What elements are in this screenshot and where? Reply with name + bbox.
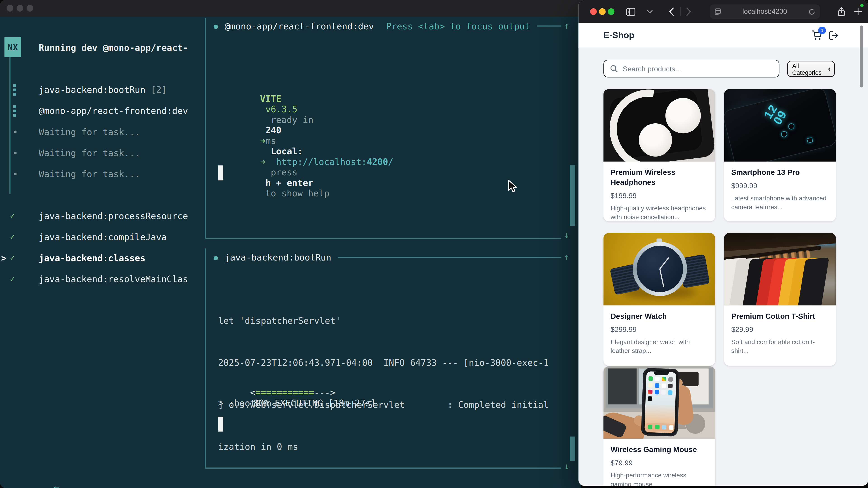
status-dot-icon: [860, 4, 864, 7]
waiting-dot-icon: [14, 151, 17, 154]
page-scrollbar-thumb[interactable]: [860, 26, 863, 88]
product-description: High-quality wireless headphones with no…: [611, 204, 708, 221]
scroll-down-icon[interactable]: ↓: [564, 230, 569, 240]
product-description: High-performance wireless gaming mouse..…: [611, 471, 708, 486]
focus-hint: Press <tab> to focus output: [386, 21, 530, 31]
product-card[interactable]: Wireless Gaming Mouse $79.99 High-perfor…: [603, 366, 715, 486]
terminal-titlebar[interactable]: [0, 0, 581, 17]
panel-bullet-icon: ●: [214, 22, 218, 30]
close-icon[interactable]: [590, 8, 597, 15]
chevron-down-icon[interactable]: [647, 0, 653, 23]
arrow-icon: ➜: [260, 157, 266, 167]
log-line: ization in 0 ms: [218, 436, 549, 457]
product-price: $999.99: [731, 182, 829, 190]
product-name: Premium Cotton T-Shirt: [731, 312, 829, 322]
check-icon: ✓: [10, 232, 15, 242]
shop-header: E-Shop: [579, 23, 868, 48]
product-card[interactable]: Designer Watch $299.99 Elegant designer …: [603, 233, 715, 366]
product-card[interactable]: Premium Cotton T-Shirt $29.99 Soft and c…: [724, 233, 836, 366]
desktop: NX Running dev @mono-app/react- java-bac…: [0, 0, 868, 488]
output-panel-title: @mono-app/react-frontend:dev: [225, 21, 374, 31]
terminal-heading: Running dev @mono-app/react-: [39, 43, 188, 53]
product-image-tshirts: [724, 233, 836, 305]
product-price: $199.99: [611, 192, 708, 200]
product-price: $299.99: [611, 326, 708, 334]
share-icon[interactable]: [837, 0, 846, 23]
zoom-icon[interactable]: [27, 5, 33, 11]
product-image-watch: [603, 233, 715, 305]
output-scrollbar-thumb[interactable]: [569, 165, 575, 226]
running-indicator-icon: [13, 105, 16, 117]
bootrun-panel-header[interactable]: ● java-backend:bootRun: [214, 251, 561, 263]
bootrun-panel-title: java-backend:bootRun: [225, 252, 331, 263]
select-stepper-icon: ▲▼: [828, 67, 831, 71]
forward-icon[interactable]: [686, 0, 691, 23]
bootrun-scrollbar-thumb[interactable]: [569, 436, 575, 461]
product-image-gaming-mouse: [603, 366, 715, 439]
product-image-headphones: [603, 89, 715, 162]
waiting-dot-icon: [14, 130, 17, 133]
selection-pointer-icon: >: [1, 253, 6, 263]
product-price: $79.99: [611, 459, 708, 467]
close-icon[interactable]: [6, 5, 13, 11]
waiting-dot-icon: [14, 172, 17, 175]
search-icon: [610, 65, 618, 75]
panel-rule: [338, 257, 561, 258]
zoom-icon[interactable]: [608, 8, 614, 15]
help-hint-line: ➜ press h + enter to show help: [228, 146, 329, 209]
reload-icon[interactable]: [808, 4, 815, 19]
task-tree-line: [9, 57, 11, 194]
check-icon: ✓: [10, 253, 15, 263]
category-select-value: All Categories: [792, 62, 825, 76]
product-description: Latest smartphone with advanced camera f…: [731, 194, 829, 212]
toolbar-divider: [680, 7, 681, 16]
safari-window: localhost:4200 E-Shop 1: [579, 0, 868, 486]
panel-rule: [537, 26, 561, 27]
product-price: $29.99: [731, 326, 829, 334]
product-card[interactable]: 1209 Smartphone 13 Pro $999.99 Latest sm…: [724, 89, 836, 221]
category-select[interactable]: All Categories ▲▼: [787, 61, 835, 77]
terminal-cursor: [218, 165, 223, 180]
url-text: localhost:4200: [710, 4, 820, 19]
product-image-smartphone: 1209: [724, 89, 836, 162]
cart-count-badge: 1: [818, 27, 826, 34]
scroll-up-icon[interactable]: ↑: [564, 21, 569, 31]
back-icon[interactable]: [669, 0, 674, 23]
output-panel-header[interactable]: ● @mono-app/react-frontend:dev Press <ta…: [214, 20, 561, 32]
panel-bullet-icon: ●: [214, 253, 218, 261]
product-description: Elegant designer watch with leather stra…: [611, 338, 708, 355]
product-card[interactable]: Premium Wireless Headphones $199.99 High…: [603, 89, 715, 221]
log-line: 2025-07-23T12:06:43.971-04:00 INFO 64733…: [218, 352, 549, 373]
mouse-cursor: [507, 179, 519, 194]
safari-toolbar: localhost:4200: [579, 0, 868, 23]
logout-icon[interactable]: [829, 31, 839, 43]
terminal-window: NX Running dev @mono-app/react- java-bac…: [0, 0, 581, 488]
product-description: Soft and comfortable cotton t-shirt...: [731, 338, 829, 355]
pager-prev-icon[interactable]: ←: [54, 482, 59, 488]
terminal-footer: ← 1/1 → quit: q help: ?: [0, 461, 205, 474]
shop-brand[interactable]: E-Shop: [603, 31, 634, 40]
product-name: Designer Watch: [611, 312, 708, 322]
bootrun-panel-border: [205, 249, 206, 468]
arrow-icon: ➜: [260, 135, 266, 146]
minimize-icon[interactable]: [17, 5, 23, 11]
terminal-cursor: [218, 417, 223, 431]
log-line: let 'dispatcherServlet': [218, 311, 549, 331]
scroll-down-icon[interactable]: ↓: [564, 461, 569, 471]
check-icon: ✓: [10, 274, 15, 284]
product-name: Smartphone 13 Pro: [731, 168, 829, 178]
product-name: Premium Wireless Headphones: [611, 168, 708, 188]
gradle-task-line: > :bootRun: [218, 398, 272, 409]
output-panel-border: [205, 238, 561, 239]
nx-logo: NX: [4, 37, 21, 57]
sidebar-toggle-icon[interactable]: [626, 0, 636, 23]
search-input[interactable]: [603, 60, 779, 77]
new-tab-icon[interactable]: [854, 0, 862, 23]
scroll-up-icon[interactable]: ↑: [564, 252, 569, 262]
address-bar[interactable]: localhost:4200: [710, 4, 820, 19]
minimize-icon[interactable]: [599, 8, 606, 15]
product-name: Wireless Gaming Mouse: [611, 445, 708, 455]
running-indicator-icon: [13, 84, 16, 96]
output-panel-border: [205, 18, 206, 238]
check-icon: ✓: [10, 211, 15, 221]
